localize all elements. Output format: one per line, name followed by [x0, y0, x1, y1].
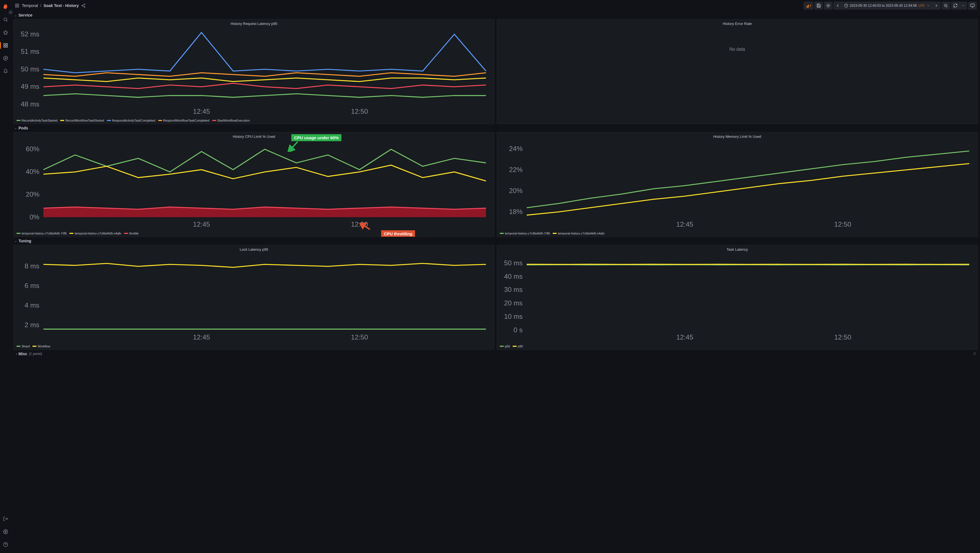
svg-text:50 ms: 50 ms — [504, 259, 522, 267]
panel-task-latency[interactable]: Task Latency0 s10 ms20 ms30 ms40 ms50 ms… — [497, 245, 978, 350]
legend-item[interactable]: Workflow — [32, 344, 50, 348]
expand-sidebar-button[interactable] — [8, 10, 13, 14]
breadcrumb: Temporal / Soak Test - History — [22, 3, 79, 8]
svg-text:52 ms: 52 ms — [21, 30, 39, 38]
svg-text:12:45: 12:45 — [193, 108, 210, 115]
legend-item[interactable]: RecordActivityTaskStarted — [16, 119, 57, 122]
svg-rect-1 — [4, 43, 5, 45]
legend-item[interactable]: temporal-history-c7c6bd4d5-n4qfv — [70, 232, 121, 235]
svg-rect-3 — [4, 46, 5, 47]
timezone-label: UTC — [918, 4, 925, 7]
breadcrumb-leaf[interactable]: Soak Test - History — [43, 3, 79, 8]
svg-rect-2 — [6, 43, 8, 45]
chevron-down-icon: ⌄ — [14, 14, 17, 17]
sidebar — [0, 0, 11, 553]
svg-point-14 — [84, 6, 85, 8]
svg-text:22%: 22% — [509, 166, 523, 174]
svg-rect-8 — [15, 4, 17, 5]
svg-text:4 ms: 4 ms — [25, 301, 40, 309]
panel-title: History CPU Limit % Used — [14, 132, 494, 140]
legend-item[interactable]: p95 — [513, 344, 523, 348]
legend-item[interactable]: throttle — [124, 232, 138, 235]
time-back-button[interactable] — [834, 2, 842, 10]
svg-text:40%: 40% — [26, 168, 40, 175]
grafana-logo[interactable] — [0, 2, 11, 11]
signin-icon[interactable] — [0, 514, 11, 523]
breadcrumb-root[interactable]: Temporal — [22, 3, 38, 8]
panel-history-error-rate[interactable]: History Error RateNo data — [497, 19, 978, 124]
time-picker[interactable]: 2023-05-30 12:40:03 to 2023-05-30 12:54:… — [842, 2, 932, 10]
legend-item[interactable]: temporal-history-c7c6bd4d5-n4qfv — [553, 232, 605, 235]
panel-grid-icon[interactable] — [14, 3, 20, 8]
svg-text:48 ms: 48 ms — [21, 100, 39, 108]
row-header-pods[interactable]: ⌄ Pods — [13, 124, 978, 132]
svg-text:49 ms: 49 ms — [21, 83, 39, 90]
chevron-right-icon: ⌄ — [14, 353, 18, 355]
chevron-down-icon: ⌄ — [14, 127, 17, 130]
legend-item[interactable]: RespondWorkflowTaskCompleted — [158, 119, 210, 122]
legend: ShardWorkflow — [14, 343, 494, 350]
refresh-interval-button[interactable] — [959, 2, 967, 10]
alerting-icon[interactable] — [0, 67, 11, 76]
starred-icon[interactable] — [0, 28, 11, 37]
legend-item[interactable]: StartWorkflowExecution — [212, 119, 250, 122]
dashboard-header: Temporal / Soak Test - History + — [11, 0, 980, 11]
add-panel-button[interactable]: + — [803, 2, 813, 10]
panel-title: History Request Latency p95 — [14, 19, 494, 27]
search-icon[interactable] — [0, 15, 11, 24]
zoom-out-button[interactable] — [942, 2, 950, 10]
dashboards-icon[interactable] — [0, 41, 11, 50]
dashboard-content: ⌄ Service History Request Latency p9548 … — [11, 11, 980, 553]
panel-history-cpu-limit[interactable]: History CPU Limit % Used CPU usage under… — [13, 132, 495, 237]
svg-text:30 ms: 30 ms — [504, 286, 522, 293]
chevron-down-icon: ⌄ — [14, 239, 17, 242]
svg-text:6 ms: 6 ms — [25, 282, 40, 289]
row-header-service[interactable]: ⌄ Service — [13, 11, 978, 19]
panel-title: Lock Latency p95 — [14, 245, 494, 253]
svg-text:20 ms: 20 ms — [504, 299, 522, 307]
no-data-message: No data — [497, 27, 977, 72]
legend-item[interactable]: temporal-history-c7c6bd4d5-7rfl5 — [16, 232, 67, 235]
settings-icon[interactable] — [0, 527, 11, 536]
legend-item[interactable]: RespondActivityTaskCompleted — [107, 119, 155, 122]
help-icon[interactable] — [0, 540, 11, 549]
svg-text:40 ms: 40 ms — [504, 273, 522, 280]
svg-text:60%: 60% — [26, 145, 40, 153]
panel-history-memory-limit[interactable]: History Memory Limit % Used18%20%22%24%1… — [497, 132, 978, 237]
svg-text:12:45: 12:45 — [193, 220, 210, 228]
legend-item[interactable]: Shard — [16, 344, 30, 348]
svg-text:24%: 24% — [509, 145, 523, 152]
svg-rect-9 — [18, 4, 19, 5]
svg-point-12 — [84, 4, 85, 5]
share-icon[interactable] — [81, 3, 86, 8]
svg-text:0%: 0% — [29, 213, 39, 221]
drag-handle-icon[interactable]: ⠿ — [973, 352, 976, 356]
refresh-button[interactable] — [951, 2, 959, 10]
svg-text:8 ms: 8 ms — [25, 262, 40, 270]
save-button[interactable] — [815, 2, 823, 10]
panel-lock-latency[interactable]: Lock Latency p952 ms4 ms6 ms8 ms12:4512:… — [13, 245, 495, 350]
explore-icon[interactable] — [0, 54, 11, 63]
panel-title: History Memory Limit % Used — [497, 132, 977, 140]
toolbar: + 2023-05-30 12:40:03 to 2023-05-30 12:5… — [803, 2, 977, 10]
svg-text:20%: 20% — [26, 191, 40, 198]
row-label: Pods — [19, 126, 28, 130]
legend-item[interactable]: temporal-history-c7c6bd4d5-7rfl5 — [500, 232, 550, 235]
svg-text:0 s: 0 s — [514, 326, 522, 334]
panel-title: History Error Rate — [497, 19, 977, 27]
svg-text:12:50: 12:50 — [351, 334, 368, 341]
kiosk-mode-button[interactable] — [968, 2, 977, 10]
row-header-tuning[interactable]: ⌄ Tuning — [13, 237, 978, 245]
svg-text:12:45: 12:45 — [676, 220, 693, 228]
svg-text:12:50: 12:50 — [834, 334, 851, 341]
time-forward-button[interactable] — [932, 2, 940, 10]
legend-item[interactable]: p50 — [500, 344, 510, 348]
legend-item[interactable]: RecordWorkflowTaskStarted — [60, 119, 104, 122]
svg-rect-4 — [6, 46, 8, 47]
panel-history-request-latency[interactable]: History Request Latency p9548 ms49 ms50 … — [13, 19, 495, 124]
legend: temporal-history-c7c6bd4d5-7rfl5temporal… — [14, 231, 494, 237]
row-header-misc[interactable]: ⌄ Misc (1 panel) ⠿ — [13, 350, 978, 358]
dashboard-settings-button[interactable] — [824, 2, 832, 10]
svg-text:12:45: 12:45 — [676, 334, 693, 341]
svg-text:50 ms: 50 ms — [21, 65, 39, 73]
